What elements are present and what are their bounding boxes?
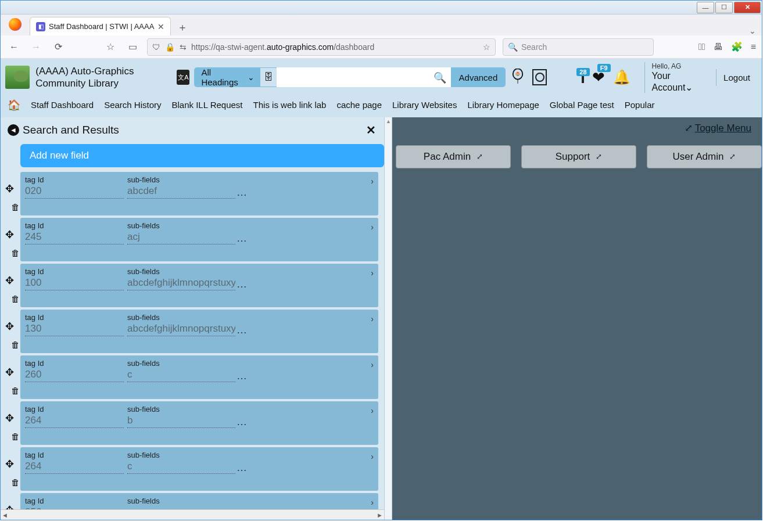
tag-id-input[interactable]: 100 bbox=[25, 277, 124, 290]
more-icon[interactable]: … bbox=[237, 462, 247, 474]
panel-close-icon[interactable]: ✕ bbox=[366, 123, 376, 137]
screenshot-icon[interactable]: ▭ bbox=[125, 39, 140, 55]
balloon-icon[interactable] bbox=[511, 69, 524, 87]
sub-fields-label: sub-fields bbox=[127, 405, 160, 414]
horizontal-scrollbar[interactable]: ◄► bbox=[1, 509, 384, 520]
new-tab-button[interactable]: ＋ bbox=[174, 19, 191, 35]
tag-id-input[interactable]: 264 bbox=[25, 461, 124, 474]
delete-row-icon[interactable]: 🗑 bbox=[11, 432, 372, 441]
expand-row-icon[interactable]: › bbox=[371, 268, 374, 278]
admin-card[interactable]: User Admin⤢ bbox=[647, 145, 762, 168]
nav-cache-page[interactable]: cache page bbox=[336, 100, 382, 110]
nav-global-page-test[interactable]: Global Page test bbox=[550, 100, 614, 110]
nav-web-link-lab[interactable]: This is web link lab bbox=[253, 100, 327, 110]
catalog-search-input[interactable] bbox=[277, 67, 451, 87]
admin-card[interactable]: Support⤢ bbox=[521, 145, 636, 168]
expand-row-icon[interactable]: › bbox=[371, 406, 374, 415]
firefox-logo-icon bbox=[9, 18, 22, 31]
tag-id-input[interactable]: 020 bbox=[25, 185, 124, 199]
drag-handle-icon[interactable]: ✥ bbox=[5, 274, 14, 287]
sub-fields-input[interactable]: b bbox=[127, 415, 235, 428]
nav-popular[interactable]: Popular bbox=[625, 100, 655, 110]
drag-handle-icon[interactable]: ✥ bbox=[5, 182, 14, 195]
delete-row-icon[interactable]: 🗑 bbox=[11, 294, 372, 304]
nav-blank-ill[interactable]: Blank ILL Request bbox=[172, 100, 243, 110]
tab-close-icon[interactable]: ✕ bbox=[157, 22, 164, 31]
logout-link[interactable]: Logout bbox=[716, 69, 757, 86]
notifications-icon[interactable]: 🔔 bbox=[613, 69, 630, 85]
sub-fields-input[interactable]: abcdefghijklmnopqrstuxy bbox=[127, 323, 235, 336]
search-submit-icon[interactable]: 🔍 bbox=[434, 71, 446, 84]
expand-row-icon[interactable]: › bbox=[371, 222, 374, 232]
drag-handle-icon[interactable]: ✥ bbox=[5, 412, 14, 425]
translate-icon[interactable]: 文A bbox=[177, 70, 189, 85]
drag-handle-icon[interactable]: ✥ bbox=[5, 366, 14, 379]
browser-search-field[interactable]: 🔍 Search bbox=[503, 38, 654, 56]
favorites-badge: F9 bbox=[597, 64, 611, 72]
nav-library-homepage[interactable]: Library Homepage bbox=[467, 100, 539, 110]
pocket-icon[interactable]: ⌄⃝ bbox=[698, 42, 705, 52]
nav-search-history[interactable]: Search History bbox=[104, 100, 161, 110]
my-lists-button[interactable]: 28 bbox=[582, 73, 584, 82]
expand-row-icon[interactable]: › bbox=[371, 314, 374, 323]
expand-row-icon[interactable]: › bbox=[371, 177, 374, 186]
account-label: Your Account bbox=[652, 71, 686, 92]
delete-row-icon[interactable]: 🗑 bbox=[11, 386, 372, 396]
tag-id-input[interactable]: 264 bbox=[25, 415, 124, 428]
bookmark-star-icon[interactable]: ☆ bbox=[103, 39, 118, 55]
expand-row-icon[interactable]: › bbox=[371, 452, 374, 461]
delete-row-icon[interactable]: 🗑 bbox=[11, 340, 372, 350]
pane-splitter[interactable] bbox=[384, 117, 392, 520]
print-icon[interactable]: 🖶 bbox=[714, 42, 723, 52]
sub-fields-input[interactable]: c bbox=[127, 461, 235, 474]
sub-fields-input[interactable]: c bbox=[127, 369, 235, 382]
more-icon[interactable]: … bbox=[237, 370, 247, 382]
scan-icon[interactable] bbox=[532, 69, 547, 85]
url-field[interactable]: 🛡 🔒 ⇆ https://qa-stwi-agent.auto-graphic… bbox=[147, 38, 496, 56]
more-icon[interactable]: … bbox=[237, 416, 247, 428]
drag-handle-icon[interactable]: ✥ bbox=[5, 320, 14, 333]
delete-row-icon[interactable]: 🗑 bbox=[11, 202, 372, 212]
admin-card[interactable]: Pac Admin⤢ bbox=[396, 145, 511, 168]
window-close-button[interactable]: ✕ bbox=[734, 2, 761, 13]
drag-handle-icon[interactable]: ✥ bbox=[5, 458, 14, 470]
more-icon[interactable]: … bbox=[237, 186, 247, 199]
hamburger-menu-icon[interactable]: ≡ bbox=[751, 42, 756, 52]
browser-tab[interactable]: ◧ Staff Dashboard | STWI | AAAA ✕ bbox=[30, 17, 171, 35]
window-minimize-button[interactable]: — bbox=[697, 2, 714, 13]
toggle-menu-link[interactable]: ⤢Toggle Menu bbox=[685, 122, 751, 134]
add-new-field-button[interactable]: Add new field bbox=[20, 144, 384, 167]
more-icon[interactable]: … bbox=[237, 232, 247, 245]
expand-row-icon[interactable]: › bbox=[371, 360, 374, 369]
expand-icon: ⤢ bbox=[729, 152, 736, 161]
tabs-dropdown-icon[interactable]: ⌄ bbox=[749, 26, 756, 35]
delete-row-icon[interactable]: 🗑 bbox=[11, 248, 372, 258]
sub-fields-input[interactable]: abcdef bbox=[127, 185, 235, 199]
advanced-search-button[interactable]: Advanced bbox=[451, 67, 506, 87]
nav-reload-button[interactable]: ⟳ bbox=[51, 39, 66, 55]
nav-library-websites[interactable]: Library Websites bbox=[392, 100, 457, 110]
more-icon[interactable]: … bbox=[237, 278, 247, 290]
favorites-button[interactable]: ❤ F9 bbox=[592, 69, 605, 87]
tag-id-input[interactable]: 245 bbox=[25, 231, 124, 245]
tag-id-input[interactable]: 260 bbox=[25, 369, 124, 382]
nav-staff-dashboard[interactable]: Staff Dashboard bbox=[31, 100, 94, 110]
database-icon[interactable]: 🗄 bbox=[260, 67, 276, 87]
sub-fields-input[interactable]: abcdefghijklmnopqrstuxy bbox=[127, 277, 235, 290]
admin-card-label: Support bbox=[556, 151, 590, 163]
nav-forward-button[interactable]: → bbox=[28, 39, 44, 55]
tag-id-input[interactable]: 130 bbox=[25, 323, 124, 336]
account-menu[interactable]: Hello, AG Your Account⌄ bbox=[644, 62, 701, 93]
more-icon[interactable]: … bbox=[237, 324, 247, 336]
drag-handle-icon[interactable]: ✥ bbox=[5, 228, 14, 241]
nav-back-button[interactable]: ← bbox=[6, 39, 22, 55]
bookmark-page-icon[interactable]: ☆ bbox=[483, 42, 490, 52]
home-icon[interactable]: 🏠 bbox=[8, 99, 20, 112]
extensions-icon[interactable]: 🧩 bbox=[731, 41, 743, 52]
delete-row-icon[interactable]: 🗑 bbox=[11, 477, 372, 487]
sub-fields-input[interactable]: acj bbox=[127, 231, 235, 245]
window-maximize-button[interactable]: ☐ bbox=[715, 2, 733, 13]
panel-back-icon[interactable]: ◄ bbox=[8, 124, 19, 136]
expand-row-icon[interactable]: › bbox=[371, 498, 374, 507]
search-scope-select[interactable]: All Headings bbox=[194, 67, 260, 87]
